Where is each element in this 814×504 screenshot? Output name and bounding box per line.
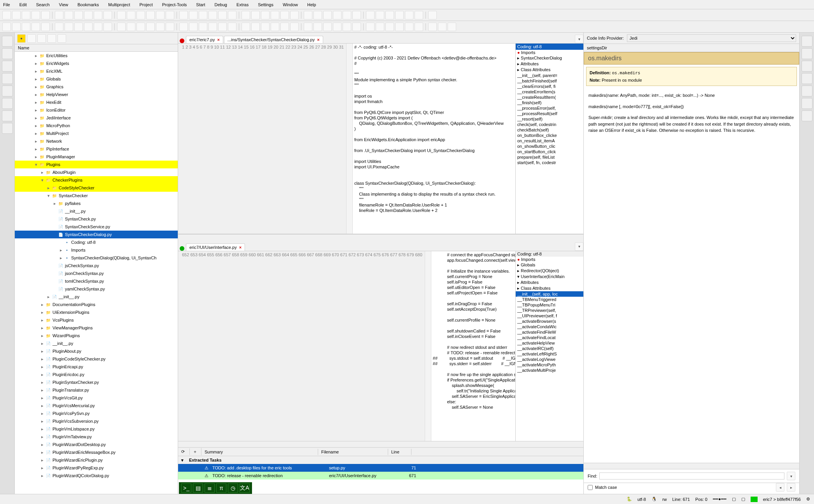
toolbar-btn[interactable]	[366, 23, 375, 31]
toolbar-btn[interactable]	[12, 11, 21, 19]
tree-item[interactable]: ▸📁EricUtilities	[15, 52, 178, 60]
toolbar-btn[interactable]	[304, 11, 312, 19]
tree-item[interactable]: ▸📄PluginEricapi.py	[15, 363, 178, 371]
outline-item[interactable]: prepare(self, fileList	[516, 154, 583, 160]
outline-item[interactable]: on_buttonBox_clicke	[516, 133, 583, 138]
tab-syntaxcheckerdialog[interactable]: ...ins/SyntaxChecker/SyntaxCheckerDialog…	[224, 36, 323, 43]
tree-item[interactable]: ▸📁WizardPlugins	[15, 332, 178, 340]
scrollbar[interactable]	[584, 463, 799, 469]
outline-item[interactable]: ▸ Class Attributes	[516, 67, 583, 73]
tree-item[interactable]: ▸📄__init__.py	[15, 293, 178, 301]
tree-item[interactable]: ▸📄PluginWizardDotDesktop.py	[15, 441, 178, 448]
fold-gutter[interactable]	[347, 44, 353, 234]
expand-icon[interactable]: ▸	[33, 131, 39, 136]
clock-icon[interactable]: ◷	[228, 483, 238, 493]
outline-item[interactable]: checkBatch(self)	[516, 127, 583, 133]
expand-icon[interactable]: ▸	[40, 458, 45, 463]
toolbar-btn[interactable]	[376, 23, 384, 31]
toolbar-btn[interactable]	[385, 23, 394, 31]
toolbar-btn[interactable]	[242, 23, 250, 31]
toolbar-btn[interactable]	[199, 23, 207, 31]
tree-item[interactable]: ▸📄PluginSyntaxChecker.py	[15, 378, 178, 386]
outline-item[interactable]: __resort(self)	[516, 116, 583, 122]
toolbar-btn[interactable]	[84, 11, 93, 19]
outline-item[interactable]: on_resultList_itemA	[516, 138, 583, 144]
toolbar-btn[interactable]	[333, 11, 341, 19]
tree-item[interactable]: 📄yamlCheckSyntax.py	[15, 285, 178, 293]
toolbar-btn[interactable]	[218, 11, 227, 19]
outline-item[interactable]: __clearErrors(self, fi	[516, 84, 583, 89]
toolbar-btn[interactable]	[323, 11, 332, 19]
tab-eric7[interactable]: eric7/eric7.py×	[186, 36, 223, 43]
menu-window[interactable]: Window	[281, 2, 299, 8]
toolbar-btn[interactable]	[22, 11, 30, 19]
toolbar-btn[interactable]	[290, 11, 299, 19]
tree-item[interactable]: ▸📁Globals	[15, 75, 178, 83]
outline-item[interactable]: on_startButton_click	[516, 149, 583, 154]
expand-icon[interactable]: ▸	[33, 108, 39, 113]
tree-item[interactable]: ▸📁HexEdit	[15, 98, 178, 106]
expand-icon[interactable]: ▸	[40, 302, 45, 307]
tasks-btn[interactable]: ＋	[190, 448, 201, 455]
task-group[interactable]: ▾Extracted Tasks	[178, 456, 583, 464]
tree-item[interactable]: ▸📁Network	[15, 137, 178, 145]
tree-item[interactable]: ▸•Imports	[15, 246, 178, 254]
outline-item[interactable]: ▸ Attributes	[516, 61, 583, 67]
tree-item[interactable]: ▸📄PluginVmListspace.py	[15, 425, 178, 433]
tree-btn[interactable]	[47, 34, 56, 43]
dock-btn[interactable]	[802, 110, 812, 121]
scrollbar[interactable]	[178, 234, 583, 240]
tree-item[interactable]: ▸📄PluginWizardEricMessageBox.py	[15, 448, 178, 456]
tree-item[interactable]: ▸📁EricXML	[15, 67, 178, 75]
col-line[interactable]: Line	[388, 449, 411, 455]
tree-item[interactable]: ▸📁VcsPlugins	[15, 316, 178, 324]
outline-item[interactable]: on_showButton_clic	[516, 144, 583, 149]
toolbar-btn[interactable]	[366, 11, 375, 19]
menu-debug[interactable]: Debug	[213, 2, 229, 8]
outline-item[interactable]: __init__(self, app, loc	[516, 291, 583, 297]
status-icon[interactable]: ⚙	[806, 497, 810, 502]
expand-icon[interactable]: ▸	[40, 357, 45, 362]
outline-item[interactable]: __activateMultiProje	[516, 368, 583, 373]
tree-item[interactable]: ▾📁CheckerPlugins	[15, 176, 178, 184]
tree-item[interactable]: ▸📁HelpViewer	[15, 91, 178, 98]
toolbar-btn[interactable]	[127, 11, 135, 19]
toolbar-btn[interactable]	[428, 23, 437, 31]
tree-item[interactable]: ▸📁JediInterface	[15, 114, 178, 122]
outline-item[interactable]: __TBMenuTriggered	[516, 297, 583, 302]
dock-btn[interactable]	[2, 73, 13, 84]
outline-item[interactable]: __createResultItem(	[516, 94, 583, 100]
outline-item[interactable]: __activateCondaWic	[516, 324, 583, 329]
dock-btn[interactable]	[2, 36, 13, 47]
code-content[interactable]: # connect the appFocusChanged signal aft…	[431, 251, 515, 441]
outline-item[interactable]: __batchFinished(self	[516, 78, 583, 84]
toolbar-btn[interactable]	[166, 11, 174, 19]
translate-icon[interactable]: 文A	[240, 483, 250, 493]
tree-item[interactable]: ▸📄PluginEricdoc.py	[15, 371, 178, 378]
find-menu-icon[interactable]: ▾	[787, 472, 795, 480]
expand-icon[interactable]: ▸	[40, 388, 45, 393]
toolbar-btn[interactable]	[2, 23, 11, 31]
expand-icon[interactable]: ▸	[58, 248, 64, 253]
expand-icon[interactable]: ▸	[46, 186, 51, 191]
tree-item[interactable]: 📄__init__.py	[15, 207, 178, 215]
expand-icon[interactable]: ▸	[58, 256, 64, 261]
menu-multiproject[interactable]: Multiproject	[107, 2, 131, 8]
expand-icon[interactable]: ▸	[40, 170, 45, 175]
expand-icon[interactable]: ▸	[33, 116, 39, 121]
tree-item[interactable]: ▸📄__init__.py	[15, 340, 178, 347]
outline-item[interactable]: ▸ Class Attributes	[516, 285, 583, 291]
toolbar-btn[interactable]	[228, 23, 236, 31]
toolbar-btn[interactable]	[137, 11, 145, 19]
tasks-btn[interactable]: ⟳	[178, 448, 190, 455]
toolbar-btn[interactable]	[280, 23, 289, 31]
editor2-outline[interactable]: Coding: utf-8 ● Imports▸ Globals▸ Redire…	[515, 251, 583, 441]
toolbar-btn[interactable]	[343, 23, 351, 31]
toolbar-btn[interactable]	[103, 23, 112, 31]
outline-item[interactable]: ● Imports	[516, 50, 583, 55]
expand-icon[interactable]: ▸	[40, 326, 45, 331]
zoom-slider[interactable]: ━━●━━	[713, 497, 726, 502]
toolbar-btn[interactable]	[208, 11, 217, 19]
scrollbar[interactable]	[178, 441, 583, 447]
toolbar-btn[interactable]	[448, 23, 456, 31]
